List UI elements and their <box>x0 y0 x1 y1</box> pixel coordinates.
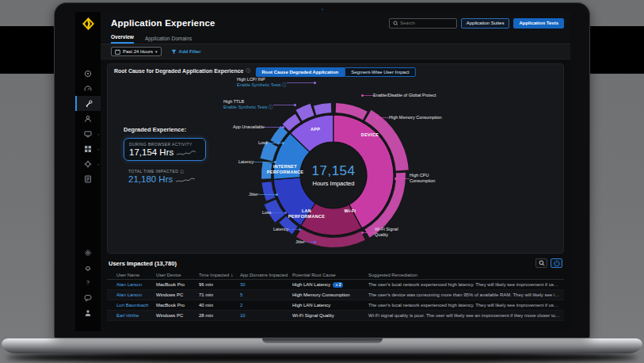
column-header[interactable]: Suggested Remediation <box>368 273 564 277</box>
column-header[interactable]: Time Impacted↓ <box>199 273 237 277</box>
user-name-link[interactable]: Earl Hirthe <box>116 313 153 318</box>
sidebar-item-dashboard[interactable] <box>75 81 101 96</box>
chart-callout: Loss <box>258 140 284 146</box>
sidebar-item-devices[interactable]: › <box>75 126 101 141</box>
sidebar-item-target[interactable] <box>75 66 101 81</box>
callout-line <box>378 117 389 118</box>
user-name-link[interactable]: Lori Baumbach <box>116 303 153 308</box>
chart-callout: High LCP/ INPEnable Synthetic Tests ⓘ <box>237 77 316 88</box>
column-header[interactable]: User Device <box>156 273 196 277</box>
sidebar-item-account[interactable] <box>75 305 101 320</box>
time-range-dropdown[interactable]: Past 24 Hours ▾ <box>111 47 162 56</box>
application-suites-button[interactable]: Application Suites <box>461 18 510 29</box>
info-icon[interactable]: ⓘ <box>246 68 251 74</box>
time-impacted-cell: 71 min <box>199 292 237 297</box>
callout-dot <box>282 126 284 128</box>
tab-application-domains[interactable]: Application Domains <box>145 36 192 44</box>
chart-callout: Loss <box>262 210 287 216</box>
user-device-cell: MacBook Pro <box>156 282 196 287</box>
column-header[interactable]: User Name <box>116 273 153 277</box>
time-impacted-cell: 28 min <box>199 313 237 318</box>
account-icon <box>84 309 92 317</box>
callout-label: Latency <box>238 159 253 165</box>
table-row[interactable]: Alan LarsonMacBook Pro96 min30High LAN L… <box>107 280 564 290</box>
chat-icon <box>84 294 92 302</box>
help-icon: ? <box>86 280 90 285</box>
sunburst-chart: 17,154 Hours Impacted Degraded Experienc… <box>108 74 563 248</box>
callout-label: High Memory Consumption <box>389 115 442 120</box>
app-domains-cell[interactable]: 5 <box>240 292 289 297</box>
main-area: Application Experience Application Suite… <box>101 12 570 331</box>
chart-callout: Jitter <box>249 192 278 197</box>
chart-callout: App Unavailable <box>233 124 284 130</box>
search-input[interactable] <box>400 21 453 25</box>
sidebar-item-settings[interactable] <box>75 245 101 260</box>
sidebar-item-help[interactable]: ? <box>75 275 101 290</box>
app-domains-cell[interactable]: 2 <box>240 303 289 308</box>
sidebar-item-users[interactable] <box>75 111 101 126</box>
sidebar-item-network-settings[interactable]: › <box>75 156 101 171</box>
app-domains-cell[interactable]: 10 <box>240 313 289 318</box>
table-row[interactable]: Alan LarsonWindows PC71 min5High Memory … <box>107 290 564 300</box>
user-name-link[interactable]: Alan Larson <box>116 292 153 297</box>
settings-gear-icon <box>84 249 92 257</box>
sidebar-item-application-experience[interactable] <box>75 96 101 111</box>
laptop-mockup-stage: › › › <box>0 0 644 363</box>
callout-line <box>288 229 299 230</box>
apps-grid-icon <box>84 145 92 153</box>
application-tests-button[interactable]: Application Tests <box>513 18 564 29</box>
more-causes-badge[interactable]: + 2 <box>333 282 343 288</box>
chart-callout: Wi-Fi Signal Quality <box>361 227 398 238</box>
enable-synthetic-tests-link[interactable]: Enable Synthetic Tests ⓘ <box>223 105 273 110</box>
enable-synthetic-tests-link[interactable]: Enable Synthetic Tests ⓘ <box>237 82 287 88</box>
search-icon <box>539 260 545 266</box>
callout-dot <box>276 193 278 196</box>
laptop-base-notch <box>262 338 383 343</box>
callout-dot <box>274 161 276 163</box>
sidebar-item-notifications[interactable] <box>75 260 101 275</box>
sidebar-item-reports[interactable] <box>75 171 101 186</box>
total-time-impacted: TOTAL TIME IMPACTEDⓘ 21,180 Hrs <box>124 169 212 184</box>
callout-label: App Unavailable <box>233 124 265 130</box>
brand-logo[interactable] <box>75 13 101 34</box>
sidebar-item-applications[interactable]: › <box>75 141 101 156</box>
callout-line <box>397 178 410 179</box>
user-name-link[interactable]: Alan Larson <box>116 282 153 287</box>
table-row[interactable]: Earl HirtheWindows PC28 min10Wi-Fi Signa… <box>107 311 564 321</box>
callout-dot <box>314 82 316 84</box>
info-icon[interactable]: ⓘ <box>180 169 184 174</box>
chevron-right-icon: › <box>97 162 99 166</box>
column-header[interactable]: Potential Root Cause <box>292 273 365 277</box>
user-icon <box>84 115 92 123</box>
table-row[interactable]: Lori BaumbachMacBook Pro40 min2High LAN … <box>107 300 564 311</box>
callout-line <box>258 194 276 195</box>
browser-activity-card: DURING BROWSER ACTIVITY 17,154 Hrs <box>124 138 206 161</box>
monitor-icon <box>84 130 92 138</box>
sub-segment[interactable] <box>314 103 331 115</box>
root-cause-cell: High Memory Consumption <box>292 292 365 297</box>
callout-label: High CPU Consumption <box>410 173 435 184</box>
dashboard-screen: › › › <box>75 12 570 331</box>
user-device-cell: MacBook Pro <box>156 303 196 308</box>
remediation-cell: Wi-Fi signal quality is poor. The user w… <box>368 313 564 318</box>
callout-line <box>364 232 375 233</box>
time-impacted-cell: 96 min <box>199 282 237 287</box>
callout-line <box>265 127 282 128</box>
browser-activity-label: DURING BROWSER ACTIVITY <box>129 142 200 147</box>
app-domains-cell[interactable]: 30 <box>240 282 289 287</box>
sub-segment[interactable] <box>296 104 314 121</box>
root-cause-cell: Wi-Fi Signal Quality <box>292 313 365 318</box>
laptop-shadow <box>6 352 638 363</box>
search-icon <box>393 21 398 26</box>
global-search[interactable] <box>389 18 457 29</box>
add-filter-button[interactable]: Add Filter <box>171 49 201 55</box>
table-export-button[interactable] <box>551 258 562 268</box>
sidebar-item-feedback[interactable] <box>75 290 101 305</box>
bell-icon <box>84 264 92 272</box>
callout-line <box>268 143 282 143</box>
callout-label: Jitter <box>295 239 305 245</box>
tab-overview[interactable]: Overview <box>111 34 134 44</box>
gauge-icon <box>84 85 92 93</box>
column-header[interactable]: App Domains Impacted <box>240 273 289 277</box>
table-search-button[interactable] <box>535 258 547 268</box>
